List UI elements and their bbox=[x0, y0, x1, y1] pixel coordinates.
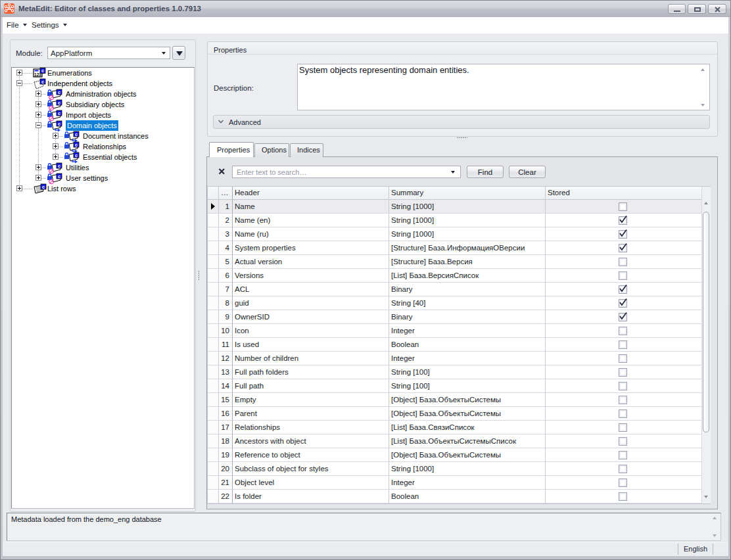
svg-text:c: c bbox=[41, 79, 44, 85]
svg-text:c: c bbox=[58, 174, 60, 179]
svg-text:c: c bbox=[42, 184, 45, 190]
svg-text:c: c bbox=[58, 121, 60, 127]
svg-text:c: c bbox=[75, 152, 78, 158]
svg-text:c: c bbox=[58, 163, 60, 169]
svg-text:c: c bbox=[75, 142, 78, 148]
svg-text:c: c bbox=[75, 131, 78, 137]
svg-text:c: c bbox=[58, 110, 60, 116]
svg-text:c: c bbox=[58, 100, 60, 106]
svg-text:c: c bbox=[58, 89, 60, 95]
svg-text:c: c bbox=[41, 68, 44, 74]
